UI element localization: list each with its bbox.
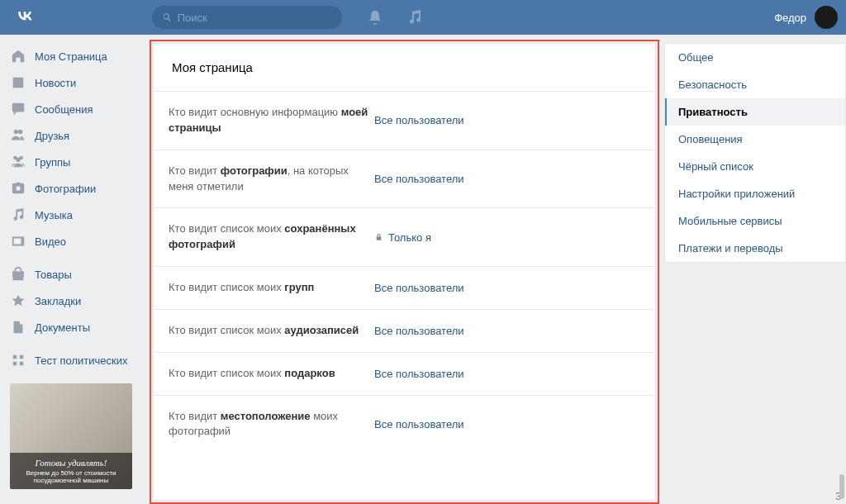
ad-subtitle: Вернем до 50% от стоимости посудомоечной…	[15, 469, 127, 484]
friends-icon	[10, 127, 26, 144]
privacy-row-value[interactable]: Все пользователи	[374, 173, 464, 185]
privacy-row-value[interactable]: Все пользователи	[374, 325, 464, 337]
home-icon	[10, 48, 26, 64]
page-scrollbar[interactable]	[836, 35, 846, 504]
sidebar-item-bookmarks[interactable]: Закладки	[5, 288, 145, 314]
sidebar-item-label: Сообщения	[35, 103, 93, 116]
sidebar-item-video[interactable]: Видео	[5, 228, 145, 254]
privacy-row-label: Кто видит местоположение моих фотографий	[164, 409, 374, 440]
sidebar-item-groups[interactable]: Группы	[5, 149, 145, 175]
ad-title: Готовы удивлять!	[15, 458, 127, 468]
sidebar-item-label: Группы	[35, 156, 70, 169]
header-icons	[367, 9, 423, 26]
sidebar-item-apps[interactable]: Тест политических	[5, 347, 145, 373]
privacy-rows: Кто видит основную информацию моей стран…	[154, 92, 655, 498]
search-icon	[162, 12, 173, 23]
sidebar-item-friends[interactable]: Друзья	[5, 122, 145, 149]
avatar	[815, 6, 838, 29]
privacy-row-value[interactable]: Все пользователи	[374, 114, 464, 126]
sidebar-ad[interactable]: Готовы удивлять! Вернем до 50% от стоимо…	[10, 383, 132, 489]
sidebar-item-messages[interactable]: Сообщения	[5, 96, 145, 122]
sidebar-item-label: Закладки	[35, 295, 81, 307]
ad-overlay: Готовы удивлять! Вернем до 50% от стоимо…	[10, 453, 132, 489]
docs-icon	[10, 319, 26, 335]
privacy-row: Кто видит список моих группВсе пользоват…	[154, 267, 655, 310]
tab-Безопасность[interactable]: Безопасность	[665, 71, 845, 98]
privacy-row-label: Кто видит фотографии, на которых меня от…	[164, 164, 374, 195]
tab-Настройки приложений[interactable]: Настройки приложений	[665, 180, 845, 207]
privacy-row-label: Кто видит список моих сохранённых фотогр…	[164, 221, 374, 253]
privacy-row-label: Кто видит список моих аудиозаписей	[164, 323, 374, 339]
sidebar-item-docs[interactable]: Документы	[5, 314, 145, 340]
sidebar-item-market[interactable]: Товары	[5, 261, 145, 288]
right-tabs: ОбщееБезопасностьПриватностьОповещенияЧё…	[664, 35, 846, 504]
tab-Приватность[interactable]: Приватность	[665, 98, 845, 126]
sidebar-item-music[interactable]: Музыка	[5, 202, 145, 228]
sidebar-item-label: Моя Страница	[35, 50, 107, 63]
vk-logo[interactable]	[13, 6, 36, 29]
privacy-row: Кто видит список моих аудиозаписейВсе по…	[154, 310, 655, 353]
main-content: Моя страница Кто видит основную информац…	[145, 35, 664, 504]
sidebar-item-label: Фотографии	[35, 183, 96, 195]
card-title: Моя страница	[154, 44, 655, 92]
settings-card: Моя страница Кто видит основную информац…	[153, 43, 656, 501]
video-icon	[10, 233, 26, 250]
username-label: Федор	[774, 12, 806, 24]
privacy-row: Кто видит фотографии, на которых меня от…	[154, 150, 655, 209]
left-sidebar: Моя СтраницаНовостиСообщенияДрузьяГруппы…	[0, 35, 145, 504]
privacy-row: Кто видит список моих сохранённых фотогр…	[154, 208, 655, 267]
tab-Общее[interactable]: Общее	[665, 44, 845, 71]
tab-Оповещения[interactable]: Оповещения	[665, 126, 845, 153]
app-header: Федор	[0, 0, 846, 35]
sidebar-item-home[interactable]: Моя Страница	[5, 43, 145, 69]
sidebar-item-label: Тест политических	[35, 354, 128, 367]
sidebar-item-label: Новости	[35, 77, 76, 89]
privacy-row-value[interactable]: Все пользователи	[374, 282, 464, 294]
privacy-row-value[interactable]: Только я	[374, 231, 431, 244]
messages-icon	[10, 101, 26, 117]
bookmarks-icon	[10, 292, 26, 309]
privacy-row: Кто видит список моих подарковВсе пользо…	[154, 353, 655, 396]
privacy-row: Кто видит основную информацию моей стран…	[154, 92, 655, 150]
privacy-row-label: Кто видит список моих подарков	[164, 366, 374, 382]
highlighted-area: Моя страница Кто видит основную информац…	[150, 40, 659, 504]
sidebar-item-label: Товары	[35, 269, 72, 281]
search-input[interactable]	[178, 12, 332, 24]
privacy-row-label: Кто видит список моих групп	[164, 280, 374, 296]
apps-icon	[10, 352, 26, 368]
tab-Мобильные сервисы[interactable]: Мобильные сервисы	[665, 207, 845, 235]
music-player-icon[interactable]	[406, 9, 423, 26]
profile-menu[interactable]: Федор	[774, 6, 838, 29]
search-box[interactable]	[152, 6, 342, 29]
lock-icon	[374, 233, 383, 242]
news-icon	[10, 74, 26, 91]
tab-Чёрный список[interactable]: Чёрный список	[665, 153, 845, 180]
privacy-row: Кто видит местоположение моих фотографий…	[154, 396, 655, 454]
photos-icon	[10, 180, 26, 197]
privacy-row-value[interactable]: Все пользователи	[374, 418, 464, 430]
music-icon	[10, 207, 26, 223]
sidebar-item-label: Документы	[35, 321, 90, 334]
tab-Платежи и переводы[interactable]: Платежи и переводы	[665, 235, 845, 262]
groups-icon	[10, 154, 26, 170]
notifications-icon[interactable]	[367, 9, 383, 26]
sidebar-item-news[interactable]: Новости	[5, 69, 145, 96]
sidebar-item-label: Музыка	[35, 209, 73, 221]
privacy-row-value[interactable]: Все пользователи	[374, 368, 464, 380]
market-icon	[10, 266, 26, 283]
privacy-row-label: Кто видит основную информацию моей стран…	[164, 105, 374, 136]
sidebar-item-label: Друзья	[35, 130, 69, 142]
sidebar-item-label: Видео	[35, 235, 66, 248]
sidebar-item-photos[interactable]: Фотографии	[5, 175, 145, 202]
